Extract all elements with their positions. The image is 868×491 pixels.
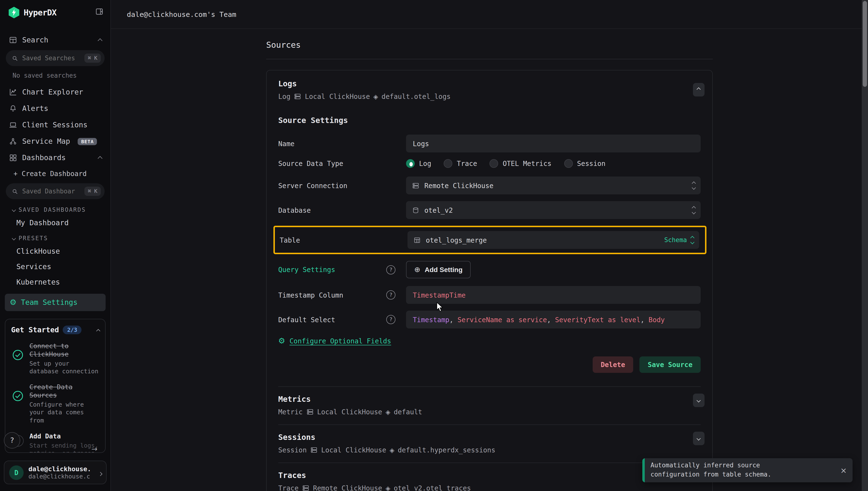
chart-explorer-icon — [9, 88, 18, 96]
bell-icon — [9, 104, 18, 113]
delete-button[interactable]: Delete — [592, 356, 633, 373]
saved-searches-input[interactable] — [22, 55, 75, 62]
sidebar-item-chart-explorer[interactable]: Chart Explorer — [5, 84, 106, 100]
default-select-label-text: Default Select — [278, 316, 335, 323]
hyperdx-logo-icon — [9, 7, 19, 18]
vertical-scrollbar[interactable] — [862, 0, 868, 491]
metrics-section: Metrics Metric Local ClickHouse ◈ defaul… — [278, 387, 701, 425]
sidebar-item-alerts[interactable]: Alerts — [5, 100, 106, 117]
database-select[interactable]: otel_v2 — [406, 201, 701, 219]
radio-icon — [564, 159, 573, 168]
select-chevrons-icon — [692, 182, 695, 189]
get-started-card: Get Started 2/3 Connect to ClickHouse Se… — [5, 319, 106, 453]
sidebar-item-label: Service Map — [22, 137, 70, 146]
add-setting-button[interactable]: ⊕ Add Setting — [406, 261, 471, 278]
plus-circle-icon: ⊕ — [414, 265, 420, 274]
sidebar-item-team-settings[interactable]: ⚙ Team Settings — [5, 294, 106, 311]
chevron-up-icon[interactable] — [98, 36, 102, 45]
close-icon[interactable]: × — [840, 466, 847, 475]
select-value: otel_logs_merge — [426, 236, 487, 244]
select-chevrons-icon — [691, 237, 693, 243]
team-title: dale@clickhouse.com's Team — [127, 10, 236, 18]
table-select[interactable]: otel_logs_merge Schema — [408, 231, 699, 249]
get-started-step-3[interactable]: 3 Add Data Start sending logs, metrics, … — [11, 432, 99, 453]
saved-dashboards-group[interactable]: SAVED DASHBOARDS — [5, 202, 106, 215]
create-dashboard-button[interactable]: + Create Dashboard — [5, 166, 106, 181]
sidebar-item-search[interactable]: Search — [5, 32, 106, 48]
configure-optional-fields-link[interactable]: Configure Optional Fields — [290, 337, 391, 345]
sidebar-item-service-map[interactable]: Service Map BETA — [5, 133, 106, 149]
help-button[interactable]: ? — [4, 432, 20, 449]
profile-card[interactable]: D dale@clickhouse.… dale@clickhouse.c… — [4, 461, 107, 484]
radio-trace[interactable]: Trace — [444, 159, 477, 168]
expand-sessions-button[interactable] — [693, 432, 705, 445]
source-type: Session — [278, 446, 307, 454]
help-circle-icon[interactable]: ? — [386, 265, 395, 274]
schema-diamond-icon: ◈ — [390, 446, 394, 454]
presets-group[interactable]: PRESETS — [5, 231, 106, 243]
help-circle-icon[interactable]: ? — [386, 315, 395, 324]
traces-title: Traces — [278, 471, 701, 480]
chevron-up-icon[interactable] — [97, 325, 99, 334]
step-title: Connect to ClickHouse — [29, 342, 99, 358]
step-desc: Configure where your data comes from — [29, 401, 99, 425]
add-setting-label: Add Setting — [425, 266, 462, 273]
name-input[interactable] — [406, 135, 701, 152]
saved-dashboards-input[interactable] — [22, 187, 75, 195]
sql-token: , — [547, 316, 555, 323]
radio-label: Session — [577, 160, 605, 167]
sidebar-item-label: Team Settings — [21, 298, 78, 307]
step-title: Create Data Sources — [29, 383, 99, 400]
toast-notification: Automatically inferred source configurat… — [642, 458, 852, 482]
sidebar-item-clickhouse[interactable]: ClickHouse — [5, 243, 106, 259]
server-connection-select[interactable]: Remote ClickHouse — [406, 176, 701, 194]
content-scroll-area[interactable]: Sources Logs Log Local ClickHouse ◈ defa… — [111, 29, 868, 491]
logo-row: HyperDX — [5, 0, 106, 23]
help-circle-icon[interactable]: ? — [386, 290, 395, 299]
radio-log[interactable]: Log — [406, 159, 431, 168]
sidebar-item-client-sessions[interactable]: Client Sessions — [5, 117, 106, 133]
collapse-sidebar-icon[interactable] — [95, 7, 104, 18]
timestamp-column-input[interactable]: TimestampTime — [406, 286, 701, 304]
sidebar-item-dashboards[interactable]: Dashboards — [5, 149, 106, 166]
server-icon — [302, 484, 309, 491]
chevron-up-icon[interactable] — [98, 153, 102, 162]
radio-label: Trace — [457, 160, 477, 167]
get-started-header[interactable]: Get Started 2/3 — [11, 325, 99, 334]
check-circle-icon — [11, 349, 24, 361]
get-started-title: Get Started — [11, 325, 59, 334]
source-table: default — [394, 408, 422, 416]
get-started-step-2[interactable]: Create Data Sources Configure where your… — [11, 383, 99, 425]
default-select-input[interactable]: Timestamp, ServiceName as service, Sever… — [406, 311, 701, 328]
sidebar-item-my-dashboard[interactable]: My Dashboard — [5, 215, 106, 231]
table-row: Table otel_logs_merge Schema — [280, 231, 699, 249]
no-saved-searches-text: No saved searches — [5, 69, 106, 84]
source-connection: Local ClickHouse — [321, 446, 386, 454]
divider — [266, 59, 713, 59]
service-map-icon — [9, 137, 18, 146]
mouse-cursor — [437, 302, 444, 312]
collapse-logs-button[interactable] — [693, 83, 705, 96]
sidebar-item-kubernetes[interactable]: Kubernetes — [5, 275, 106, 290]
source-data-type-options: Log Trace OTEL Metrics Session — [406, 159, 701, 168]
source-type: Log — [278, 93, 291, 100]
get-started-step-1[interactable]: Connect to ClickHouse Set up your databa… — [11, 342, 99, 375]
page-title: Sources — [266, 40, 713, 50]
sql-token: Timestamp — [413, 316, 449, 323]
radio-otel-metrics[interactable]: OTEL Metrics — [490, 159, 551, 168]
saved-dashboards-input-wrap[interactable]: ⌘ K — [6, 183, 104, 199]
sidebar-item-services[interactable]: Services — [5, 259, 106, 275]
gear-icon: ⚙ — [10, 298, 17, 306]
scrollbar-thumb[interactable] — [863, 1, 867, 87]
gear-icon: ⚙ — [278, 337, 285, 345]
group-label-text: PRESETS — [19, 235, 48, 242]
sql-token: , — [449, 316, 458, 323]
radio-session[interactable]: Session — [564, 159, 605, 168]
saved-searches-input-wrap[interactable]: ⌘ K — [6, 50, 104, 66]
save-source-button[interactable]: Save Source — [640, 356, 701, 373]
expand-metrics-button[interactable] — [693, 394, 705, 407]
schema-button[interactable]: Schema — [664, 236, 693, 243]
sidebar-item-label: Chart Explorer — [22, 88, 83, 96]
schema-button-label: Schema — [664, 236, 687, 243]
radio-icon — [444, 159, 453, 168]
